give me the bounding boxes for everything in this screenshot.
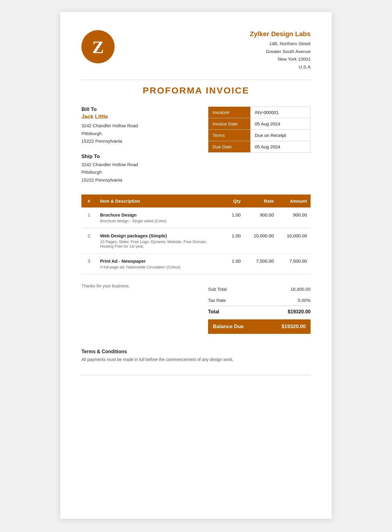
col-header-item: Item & Description — [96, 195, 217, 207]
total-label: Total — [208, 309, 219, 315]
header-divider — [81, 80, 311, 80]
col-header-qty: Qty — [217, 195, 244, 207]
thanks-text: Thanks for your business. — [81, 283, 208, 288]
company-name: Zylker Design Labs — [250, 30, 311, 38]
item-title: Web Design packages (Simple) — [100, 233, 213, 238]
item-description: Print Ad - Newspaper A full-page ad, Nat… — [96, 254, 217, 274]
invoice-field-row: TermsDue on Receipt — [208, 130, 311, 141]
terms-title: Terms & Conditions — [81, 349, 311, 354]
terms-text: All payments must be made in full before… — [81, 356, 311, 363]
items-table: # Item & Description Qty Rate Amount 1 B… — [81, 195, 311, 274]
item-amount: 900.00 — [277, 207, 311, 228]
item-qty: 1.00 — [217, 254, 244, 274]
invoice-field-value: INV-000001 — [251, 107, 311, 118]
company-address: 14B, Northern Street Greater South Avenu… — [250, 40, 311, 71]
tax-rate-label: Tax Rate — [208, 298, 226, 303]
invoice-field-value: Due on Receipt — [251, 130, 311, 141]
sub-total-label: Sub Total — [208, 287, 227, 292]
sub-total-row: Sub Total 18,400.00 — [208, 283, 311, 295]
ship-address-line2: Pittsburgh — [81, 168, 208, 176]
header: Z Zylker Design Labs 14B, Northern Stree… — [81, 30, 311, 71]
table-header-row: # Item & Description Qty Rate Amount — [81, 195, 311, 207]
invoice-field-row: Invoice Date05 Aug 2024 — [208, 118, 311, 130]
balance-due-row: Balance Due $19320.00 — [208, 319, 311, 334]
bill-to-block: Bill To Jack Little 3242 Chandler Hollow… — [81, 106, 208, 145]
invoice-field-label: Due Date — [208, 141, 251, 153]
item-title: Brochure Design — [100, 212, 213, 217]
item-qty: 1.00 — [217, 228, 244, 254]
invoice-field-label: Terms — [208, 130, 251, 141]
invoice-details-table: Invoice#INV-000001Invoice Date05 Aug 202… — [208, 106, 311, 153]
invoice-field-row: Invoice#INV-000001 — [208, 107, 311, 118]
tax-rate-row: Tax Rate 5.00% — [208, 295, 311, 306]
ship-address-line1: 3242 Chandler Hollow Road — [81, 161, 208, 169]
bill-to-label: Bill To — [81, 106, 208, 112]
invoice-field-label: Invoice Date — [208, 118, 251, 130]
totals-block: Sub Total 18,400.00 Tax Rate 5.00% Total… — [208, 283, 311, 334]
balance-due-label: Balance Due — [213, 324, 244, 330]
balance-due-value: $19320.00 — [282, 324, 306, 330]
company-address-line1: 14B, Northern Street — [250, 40, 311, 48]
bill-to-name: Jack Little — [81, 114, 208, 120]
item-description: Brochure Design Brochure design - Single… — [96, 207, 217, 228]
item-description: Web Design packages (Simple) 10 Pages, S… — [96, 228, 217, 254]
table-row: 2 Web Design packages (Simple) 10 Pages,… — [81, 228, 311, 254]
ship-to-label: Ship To — [81, 154, 208, 160]
logo-letter: Z — [92, 39, 104, 56]
item-num: 1 — [81, 207, 96, 228]
company-address-line3: New York 10001 — [250, 55, 311, 63]
sub-total-value: 18,400.00 — [290, 287, 311, 292]
invoice-field-value: 05 Aug 2024 — [251, 118, 311, 130]
item-rate: 7,500.00 — [244, 254, 277, 274]
item-rate: 900.00 — [244, 207, 277, 228]
item-amount: 10,000.00 — [277, 228, 311, 254]
total-value: $19320.00 — [288, 309, 311, 315]
item-desc: Brochure design - Single sided (Color) — [100, 219, 213, 223]
bill-address-line2: Pittsburgh — [81, 130, 208, 138]
item-num: 3 — [81, 254, 96, 274]
item-title: Print Ad - Newspaper — [100, 258, 213, 264]
item-rate: 10,000.00 — [244, 228, 277, 254]
invoice-field-label: Invoice# — [208, 107, 251, 118]
item-desc: 10 Pages, Slider, Free Logo, Dynamic Web… — [100, 239, 213, 249]
invoice-field-row: Due Date05 Aug 2024 — [208, 141, 311, 153]
invoice-title: PROFORMA INVOICE — [81, 85, 311, 96]
col-header-num: # — [81, 195, 96, 207]
bill-address-line3: 15222 Pennsylvania — [81, 137, 208, 145]
col-header-rate: Rate — [244, 195, 277, 207]
invoice-page: Z Zylker Design Labs 14B, Northern Stree… — [60, 12, 332, 519]
col-header-amount: Amount — [277, 195, 311, 207]
table-row: 1 Brochure Design Brochure design - Sing… — [81, 207, 311, 228]
footer-section: Thanks for your business. Sub Total 18,4… — [81, 283, 311, 334]
item-qty: 1.00 — [217, 207, 244, 228]
ship-address-line3: 15222 Pennsylvania — [81, 176, 208, 184]
company-info: Zylker Design Labs 14B, Northern Street … — [250, 30, 311, 71]
terms-section: Terms & Conditions All payments must be … — [81, 349, 311, 363]
billing-section: Bill To Jack Little 3242 Chandler Hollow… — [81, 106, 311, 184]
bill-ship-block: Bill To Jack Little 3242 Chandler Hollow… — [81, 106, 208, 184]
table-row: 3 Print Ad - Newspaper A full-page ad, N… — [81, 254, 311, 274]
item-desc: A full-page ad, Nationwide Circulation (… — [100, 265, 213, 269]
company-logo: Z — [81, 30, 115, 63]
company-address-line2: Greater South Avenue — [250, 48, 311, 55]
invoice-field-value: 05 Aug 2024 — [251, 141, 311, 153]
item-num: 2 — [81, 228, 96, 254]
tax-rate-value: 5.00% — [298, 298, 311, 303]
total-row: Total $19320.00 — [208, 306, 311, 318]
ship-to-block: Ship To 3242 Chandler Hollow Road Pittsb… — [81, 154, 208, 184]
bill-address-line1: 3242 Chandler Hollow Road — [81, 122, 208, 130]
bottom-divider — [81, 375, 311, 375]
item-amount: 7,500.00 — [277, 254, 311, 274]
company-address-line4: U.S.A — [250, 63, 311, 71]
